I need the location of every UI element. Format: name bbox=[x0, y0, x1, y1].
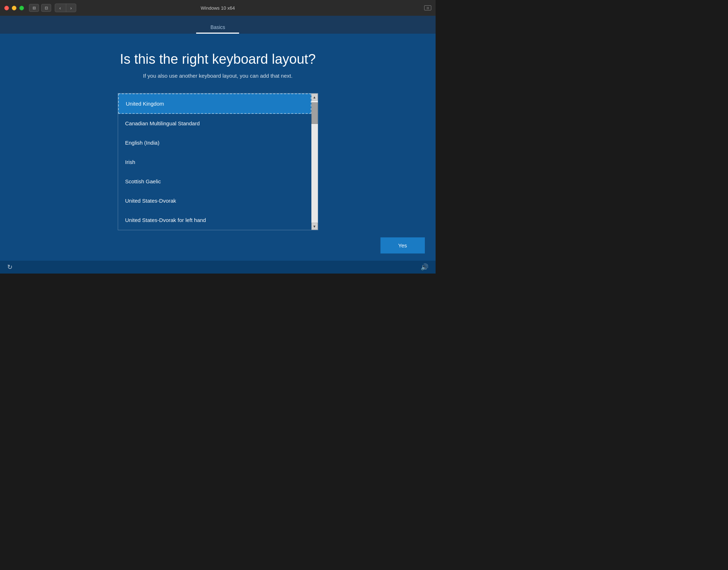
minimize-button[interactable] bbox=[12, 6, 16, 10]
volume-icon: 🔊 bbox=[421, 263, 428, 271]
scroll-track[interactable] bbox=[311, 101, 318, 223]
list-item[interactable]: Irish bbox=[118, 153, 311, 172]
list-item[interactable]: United States-Dvorak for left hand bbox=[118, 211, 311, 230]
list-item[interactable]: Canadian Multilingual Standard bbox=[118, 114, 311, 133]
progress-area: Basics bbox=[0, 16, 436, 34]
forward-button[interactable]: › bbox=[66, 4, 76, 12]
title-bar: ⊟ ⊡ ‹ › Windows 10 x64 ⊡ bbox=[0, 0, 436, 16]
keyboard-layout-list: United Kingdom Canadian Multilingual Sta… bbox=[118, 93, 318, 230]
progress-line bbox=[196, 33, 239, 34]
traffic-lights bbox=[4, 6, 24, 10]
yes-button-container: Yes bbox=[0, 230, 436, 261]
scale-icon: ⊡ bbox=[427, 6, 429, 10]
screenshot-icon: ⊡ bbox=[45, 6, 48, 10]
panel-toggle-button[interactable]: ⊟ bbox=[29, 4, 39, 12]
list-scroll-area[interactable]: United Kingdom Canadian Multilingual Sta… bbox=[118, 93, 311, 230]
bottom-bar: ↻ 🔊 bbox=[0, 261, 436, 274]
scroll-thumb[interactable] bbox=[311, 102, 318, 124]
basics-tab: Basics bbox=[210, 24, 225, 34]
list-item[interactable]: English (India) bbox=[118, 133, 311, 153]
content-wrapper: Is this the right keyboard layout? If yo… bbox=[0, 34, 436, 274]
list-item[interactable]: Scottish Gaelic bbox=[118, 172, 311, 191]
scrollbar[interactable]: ▲ ▼ bbox=[311, 93, 318, 230]
close-button[interactable] bbox=[4, 6, 9, 10]
scroll-up-button[interactable]: ▲ bbox=[311, 93, 318, 101]
back-button[interactable]: ‹ bbox=[55, 4, 65, 12]
list-item[interactable]: United Kingdom bbox=[118, 93, 311, 114]
window-control-right[interactable]: ⊡ bbox=[424, 5, 431, 10]
scroll-down-button[interactable]: ▼ bbox=[311, 223, 318, 230]
refresh-icon: ↻ bbox=[7, 263, 13, 271]
content-inner: Is this the right keyboard layout? If yo… bbox=[0, 34, 436, 261]
forward-icon: › bbox=[70, 5, 72, 11]
back-icon: ‹ bbox=[59, 5, 61, 11]
panel-icon: ⊟ bbox=[33, 6, 36, 10]
window-title: Windows 10 x64 bbox=[201, 5, 235, 11]
page-subtitle: If you also use another keyboard layout,… bbox=[143, 73, 293, 79]
list-item[interactable]: United States-Dvorak bbox=[118, 191, 311, 211]
yes-button[interactable]: Yes bbox=[380, 237, 425, 253]
toolbar-controls: ⊟ ⊡ bbox=[29, 4, 51, 12]
maximize-button[interactable] bbox=[19, 6, 24, 10]
screenshot-button[interactable]: ⊡ bbox=[41, 4, 51, 12]
page-heading: Is this the right keyboard layout? bbox=[120, 52, 316, 67]
nav-buttons: ‹ › bbox=[55, 4, 76, 12]
